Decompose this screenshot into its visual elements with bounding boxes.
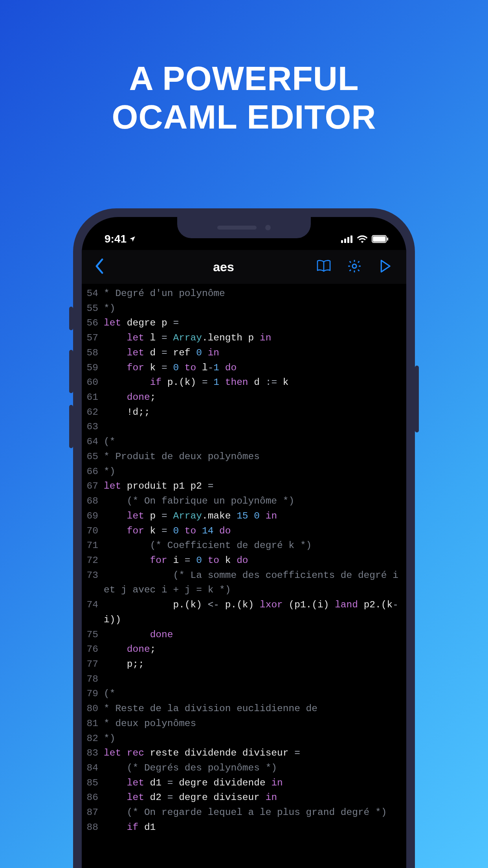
code-line[interactable]: 88 if d1 (86, 820, 401, 835)
code-editor[interactable]: 54* Degré d'un polynôme55*)56let degre p… (82, 284, 406, 835)
code-text[interactable]: if p.(k) = 1 then d := k (104, 375, 401, 390)
code-text[interactable] (104, 672, 401, 687)
headline-line2: OCAML EDITOR (0, 97, 488, 136)
code-line[interactable]: 63 (86, 419, 401, 434)
code-text[interactable]: let rec reste dividende diviseur = (104, 746, 401, 761)
headline-line1: A POWERFUL (0, 59, 488, 97)
code-text[interactable]: done; (104, 642, 401, 657)
code-line[interactable]: 66*) (86, 464, 401, 479)
play-icon (379, 259, 391, 274)
code-text[interactable]: (* Coefficient de degré k *) (104, 538, 401, 553)
code-text[interactable]: let degre p = (104, 316, 401, 331)
phone-screen: 9:41 (82, 217, 406, 868)
code-line[interactable]: 80* Reste de la division euclidienne de (86, 701, 401, 716)
code-text[interactable]: (* (104, 686, 401, 701)
svg-rect-2 (347, 237, 349, 243)
svg-rect-6 (387, 237, 388, 241)
code-text[interactable]: * Reste de la division euclidienne de (104, 701, 401, 716)
code-text[interactable]: *) (104, 464, 401, 479)
back-button[interactable] (91, 258, 108, 276)
code-line[interactable]: 59 for k = 0 to l-1 do (86, 360, 401, 375)
code-line[interactable]: 75 done (86, 627, 401, 642)
code-line[interactable]: 79(* (86, 686, 401, 701)
code-line[interactable]: 77 p;; (86, 657, 401, 672)
run-button[interactable] (373, 259, 397, 274)
code-line[interactable]: 60 if p.(k) = 1 then d := k (86, 375, 401, 390)
code-line[interactable]: 87 (* On regarde lequel a le plus grand … (86, 805, 401, 820)
code-line[interactable]: 74 p.(k) <- p.(k) lxor (p1.(i) land p2.(… (86, 598, 401, 627)
code-line[interactable]: 72 for i = 0 to k do (86, 553, 401, 568)
gear-icon (347, 259, 362, 275)
code-line[interactable]: 57 let l = Array.length p in (86, 331, 401, 346)
code-text[interactable]: let d2 = degre diviseur in (104, 790, 401, 805)
cellular-signal-icon (341, 235, 353, 243)
line-number: 88 (86, 820, 104, 835)
code-text[interactable]: done (104, 627, 401, 642)
code-line[interactable]: 76 done; (86, 642, 401, 657)
notch-speaker (217, 226, 257, 230)
code-line[interactable]: 58 let d = ref 0 in (86, 346, 401, 360)
location-arrow-icon (129, 233, 136, 245)
code-text[interactable]: let l = Array.length p in (104, 331, 401, 346)
line-number: 64 (86, 434, 104, 449)
code-text[interactable]: * deux polynômes (104, 716, 401, 731)
svg-rect-0 (341, 240, 343, 243)
line-number: 60 (86, 375, 104, 390)
code-line[interactable]: 84 (* Degrés des polynômes *) (86, 761, 401, 776)
code-text[interactable]: let d1 = degre dividende in (104, 776, 401, 791)
code-text[interactable]: if d1 (104, 820, 401, 835)
code-line[interactable]: 78 (86, 672, 401, 687)
code-text[interactable]: p.(k) <- p.(k) lxor (p1.(i) land p2.(k-i… (104, 598, 401, 627)
code-line[interactable]: 68 (* On fabrique un polynôme *) (86, 494, 401, 509)
settings-button[interactable] (343, 259, 366, 275)
phone-side-button (69, 307, 73, 330)
line-number: 73 (86, 568, 104, 598)
code-text[interactable]: * Produit de deux polynômes (104, 449, 401, 464)
code-text[interactable]: *) (104, 731, 401, 746)
code-line[interactable]: 71 (* Coefficient de degré k *) (86, 538, 401, 553)
code-line[interactable]: 56let degre p = (86, 316, 401, 331)
line-number: 80 (86, 701, 104, 716)
line-number: 77 (86, 657, 104, 672)
code-text[interactable]: (* On regarde lequel a le plus grand deg… (104, 805, 401, 820)
code-text[interactable]: (* Degrés des polynômes *) (104, 761, 401, 776)
wifi-icon (357, 235, 368, 243)
code-text[interactable]: (* La somme des coefficients de degré i … (104, 568, 401, 598)
code-line[interactable]: 62 !d;; (86, 405, 401, 420)
code-line[interactable]: 69 let p = Array.make 15 0 in (86, 509, 401, 524)
code-text[interactable]: for i = 0 to k do (104, 553, 401, 568)
code-line[interactable]: 82*) (86, 731, 401, 746)
code-line[interactable]: 55*) (86, 301, 401, 316)
line-number: 63 (86, 419, 104, 434)
code-line[interactable]: 70 for k = 0 to 14 do (86, 524, 401, 539)
code-line[interactable]: 54* Degré d'un polynôme (86, 286, 401, 301)
code-line[interactable]: 67let produit p1 p2 = (86, 479, 401, 494)
code-text[interactable]: done; (104, 390, 401, 405)
reference-button[interactable] (312, 259, 336, 274)
code-text[interactable]: * Degré d'un polynôme (104, 286, 401, 301)
phone-side-button (415, 366, 419, 432)
code-text[interactable]: p;; (104, 657, 401, 672)
line-number: 59 (86, 360, 104, 375)
code-line[interactable]: 86 let d2 = degre diviseur in (86, 790, 401, 805)
code-line[interactable]: 81* deux polynômes (86, 716, 401, 731)
code-text[interactable] (104, 419, 401, 434)
code-text[interactable]: for k = 0 to l-1 do (104, 360, 401, 375)
code-line[interactable]: 73 (* La somme des coefficients de degré… (86, 568, 401, 598)
code-text[interactable]: !d;; (104, 405, 401, 420)
code-line[interactable]: 61 done; (86, 390, 401, 405)
code-line[interactable]: 65* Produit de deux polynômes (86, 449, 401, 464)
line-number: 76 (86, 642, 104, 657)
line-number: 72 (86, 553, 104, 568)
code-text[interactable]: for k = 0 to 14 do (104, 524, 401, 539)
code-text[interactable]: let d = ref 0 in (104, 346, 401, 360)
code-line[interactable]: 85 let d1 = degre dividende in (86, 776, 401, 791)
code-line[interactable]: 64(* (86, 434, 401, 449)
code-text[interactable]: *) (104, 301, 401, 316)
code-text[interactable]: (* (104, 434, 401, 449)
code-text[interactable]: (* On fabrique un polynôme *) (104, 494, 401, 509)
code-text[interactable]: let produit p1 p2 = (104, 479, 401, 494)
code-line[interactable]: 83let rec reste dividende diviseur = (86, 746, 401, 761)
code-text[interactable]: let p = Array.make 15 0 in (104, 509, 401, 524)
line-number: 70 (86, 524, 104, 539)
